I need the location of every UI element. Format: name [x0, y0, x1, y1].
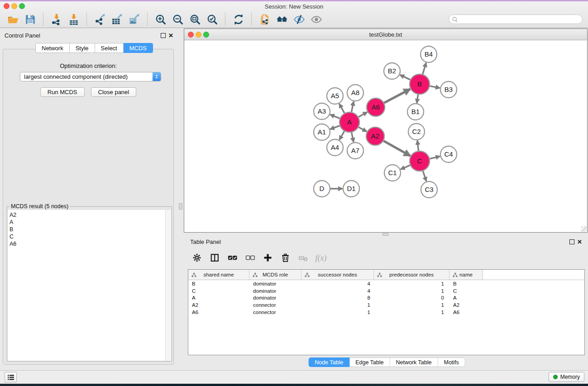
table-cell[interactable]: 4 [301, 288, 374, 294]
close-panel-button[interactable]: Close panel [91, 87, 137, 97]
table-cell[interactable]: 1 [374, 310, 449, 315]
table-settings-icon[interactable] [192, 252, 203, 264]
table-cell[interactable]: A2 [449, 302, 483, 308]
graph-edge-B-B1[interactable] [417, 95, 418, 103]
graph-edge-C-C3[interactable] [423, 171, 426, 181]
table-cell[interactable]: A6 [188, 310, 249, 315]
table-cell[interactable]: dominator [249, 295, 301, 300]
graph-node-C2[interactable]: C2 [408, 124, 425, 140]
table-cell[interactable]: A [188, 295, 249, 300]
tab-select[interactable]: Select [95, 43, 124, 53]
float-panel-icon[interactable] [161, 33, 166, 38]
graph-node-B4[interactable]: B4 [421, 46, 437, 62]
graph-edge-C-C4[interactable] [430, 156, 440, 158]
table-cell[interactable]: B [449, 281, 483, 286]
table-cell[interactable]: A [449, 295, 483, 300]
table-row[interactable]: Adominator80A [188, 295, 584, 302]
zoom-out-icon[interactable] [171, 13, 185, 26]
table-cell[interactable]: C [449, 288, 483, 294]
graph-node-C1[interactable]: C1 [384, 165, 401, 181]
export-network-icon[interactable] [93, 13, 107, 26]
columns-icon[interactable] [210, 252, 220, 264]
zoom-in-icon[interactable] [154, 13, 167, 26]
tab-network[interactable]: Network [35, 43, 70, 53]
mcds-result-item[interactable]: A [8, 219, 171, 226]
mcds-result-item[interactable]: A6 [8, 240, 171, 248]
table-row[interactable]: Bdominator41B [188, 280, 584, 287]
window-resize-grip[interactable] [581, 226, 587, 232]
graph-edge-A2-C[interactable] [383, 141, 410, 156]
search-input[interactable] [458, 15, 582, 24]
tab-style[interactable]: Style [70, 43, 95, 53]
graph-node-A6[interactable]: A6 [367, 98, 385, 116]
home-icon[interactable] [275, 13, 289, 26]
zoom-selected-icon[interactable] [206, 13, 219, 26]
graph-edge-A-A3[interactable] [330, 114, 340, 119]
tab-motifs[interactable]: Motifs [438, 357, 465, 367]
graph-node-C3[interactable]: C3 [421, 181, 437, 198]
graph-node-A3[interactable]: A3 [314, 103, 330, 119]
graph-node-B1[interactable]: B1 [407, 104, 424, 120]
graph-node-A7[interactable]: A7 [347, 143, 363, 159]
column-header-mcds-role[interactable]: MCDS role [249, 270, 301, 280]
table-cell[interactable]: 4 [301, 281, 374, 286]
network-canvas[interactable]: AA1A2A3A4A5A6A7A8BB1B2B3B4CC1C2C3C4DD1 [184, 40, 587, 232]
table-cell[interactable]: 1 [301, 302, 374, 308]
column-header-shared-name[interactable]: shared name [188, 270, 249, 280]
graph-node-B[interactable]: B [410, 74, 430, 94]
table-cell[interactable]: connector [249, 302, 301, 308]
graph-edge-A6-B[interactable] [384, 89, 411, 103]
graph-node-B3[interactable]: B3 [440, 81, 457, 98]
table-cell[interactable]: dominator [249, 281, 301, 286]
graph-edge-C-C2[interactable] [417, 140, 418, 151]
graph-node-A4[interactable]: A4 [327, 139, 343, 156]
open-folder-icon[interactable] [6, 13, 20, 26]
table-cell[interactable]: 1 [374, 302, 449, 308]
list-scrollbar[interactable] [165, 210, 171, 361]
close-panel-icon[interactable]: ✕ [168, 33, 173, 38]
graph-edge-A-A1[interactable] [330, 126, 339, 129]
tab-edge-table[interactable]: Edge Table [349, 357, 390, 367]
network-graph[interactable]: AA1A2A3A4A5A6A7A8BB1B2B3B4CC1C2C3C4DD1 [184, 40, 587, 232]
main-titlebar[interactable]: Session: New Session [0, 1, 588, 10]
column-header-predecessor-nodes[interactable]: predecessor nodes [374, 270, 449, 280]
mcds-result-item[interactable]: A2 [8, 211, 171, 219]
graph-node-D[interactable]: D [314, 181, 330, 197]
show-selected-icon[interactable] [310, 13, 323, 26]
graph-edge-A-A8[interactable] [352, 101, 354, 112]
table-row[interactable]: Cdominator41C [188, 287, 584, 295]
save-icon[interactable] [24, 13, 37, 26]
select-all-icon[interactable] [227, 252, 238, 264]
graph-node-A2[interactable]: A2 [366, 127, 384, 145]
graph-node-A[interactable]: A [339, 112, 359, 132]
table-cell[interactable]: A6 [449, 310, 483, 315]
graph-edge-A-A2[interactable] [359, 127, 367, 132]
table-cell[interactable]: 1 [374, 281, 449, 286]
graph-edge-B-B3[interactable] [430, 86, 440, 88]
table-cell[interactable]: 0 [374, 295, 449, 300]
graph-node-A8[interactable]: A8 [347, 85, 363, 101]
delete-row-icon[interactable] [280, 252, 291, 264]
export-table-icon[interactable] [110, 13, 124, 26]
network-window-titlebar[interactable]: testGlobe.txt [184, 29, 587, 40]
table-row[interactable]: A2connector11A2 [188, 301, 584, 309]
search-box[interactable] [449, 14, 583, 24]
mcds-result-item[interactable]: C [8, 233, 171, 240]
table-row[interactable]: A6connector11A6 [188, 309, 584, 316]
column-header-name[interactable]: name [449, 270, 483, 280]
graph-node-D1[interactable]: D1 [343, 181, 359, 197]
graph-node-C4[interactable]: C4 [440, 146, 457, 162]
task-history-button[interactable] [5, 372, 17, 382]
graph-edge-A-A6[interactable] [359, 112, 367, 117]
graph-edge-B-B2[interactable] [400, 75, 411, 80]
mcds-result-item[interactable]: B [8, 226, 171, 233]
import-network-icon[interactable] [50, 13, 63, 26]
table-cell[interactable]: B [188, 281, 249, 286]
criterion-dropdown[interactable]: largest connected component (directed) [20, 72, 161, 81]
add-row-icon[interactable] [263, 252, 273, 264]
graph-edge-A-A4[interactable] [339, 131, 344, 140]
column-header-successor-nodes[interactable]: successor nodes [301, 270, 374, 280]
vertical-splitter-grip[interactable] [179, 203, 182, 210]
table-cell[interactable]: dominator [249, 288, 301, 294]
close-table-panel-icon[interactable]: ✕ [577, 239, 582, 245]
